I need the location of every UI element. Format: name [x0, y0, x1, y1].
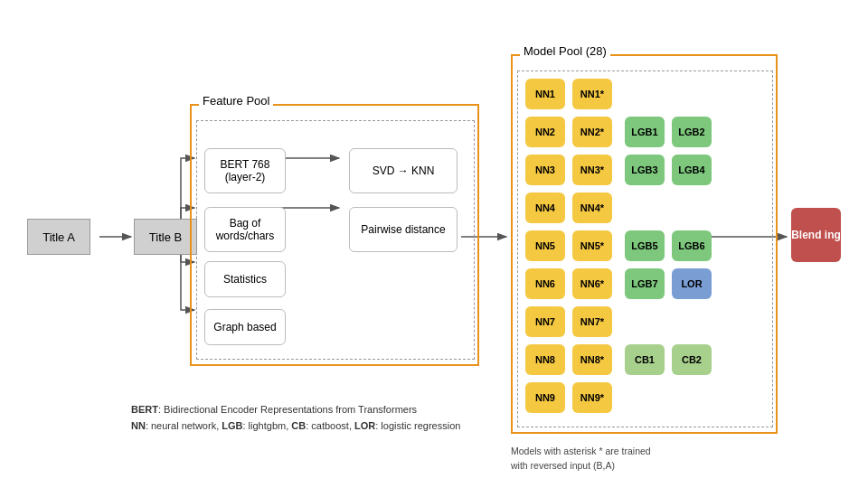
blending-label: Blend ing [791, 229, 841, 241]
model-pool-outer: Model Pool (28) NN1 NN2 NN3 NN4 NN5 NN6 … [511, 54, 778, 434]
feature-pool-label: Feature Pool [199, 94, 273, 108]
nn7star-box: NN7* [572, 306, 612, 337]
nn1star-box: NN1* [572, 79, 612, 109]
model-pool-inner: NN1 NN2 NN3 NN4 NN5 NN6 NN7 NN8 NN9 NN1*… [517, 70, 773, 427]
model-pool-label: Model Pool (28) [520, 44, 610, 58]
pairwise-label: Pairwise distance [361, 223, 445, 236]
bow-label: Bag ofwords/chars [216, 217, 275, 242]
nn4-box: NN4 [525, 192, 565, 223]
cb2-box: CB2 [672, 344, 712, 375]
nn7-box: NN7 [525, 306, 565, 337]
title-a-box: Title A [27, 219, 90, 255]
nn6-box: NN6 [525, 268, 565, 299]
graph-label: Graph based [213, 321, 276, 333]
bow-feature-box: Bag ofwords/chars [204, 207, 286, 252]
nn1-box: NN1 [525, 79, 565, 109]
lgb5-box: LGB5 [625, 230, 665, 261]
svd-label: SVD → KNN [373, 164, 435, 177]
diagram: Title A Title B Feature Pool BERT 768(la… [0, 0, 868, 488]
lgb2-box: LGB2 [672, 117, 712, 147]
feature-pool-outer: Feature Pool BERT 768(layer-2) Bag ofwor… [190, 104, 479, 366]
legend-text: BERT: Bidirectional Encoder Representati… [131, 402, 475, 434]
nn8star-box: NN8* [572, 344, 612, 375]
stats-feature-box: Statistics [204, 261, 286, 297]
nn3-box: NN3 [525, 155, 565, 185]
lgb4-box: LGB4 [672, 155, 712, 185]
nn9star-box: NN9* [572, 382, 612, 413]
stats-label: Statistics [223, 273, 267, 286]
nn8-box: NN8 [525, 344, 565, 375]
lgb3-box: LGB3 [625, 155, 665, 185]
bert-feature-box: BERT 768(layer-2) [204, 148, 286, 193]
legend-line2: NN: neural network, LGB: lightgbm, CB: c… [131, 418, 475, 435]
bert-label: BERT 768(layer-2) [221, 158, 270, 183]
blending-box: Blend ing [791, 208, 841, 262]
note-content: Models with asterisk * are trainedwith r… [511, 446, 651, 471]
lgb1-box: LGB1 [625, 117, 665, 147]
lor-box: LOR [672, 268, 712, 299]
nn2star-box: NN2* [572, 117, 612, 147]
svd-transform-box: SVD → KNN [349, 148, 458, 193]
title-a-label: Title A [42, 230, 75, 244]
nn5-box: NN5 [525, 230, 565, 261]
pairwise-transform-box: Pairwise distance [349, 207, 458, 252]
nn5star-box: NN5* [572, 230, 612, 261]
note-text: Models with asterisk * are trainedwith r… [511, 445, 728, 474]
title-b-box: Title B [134, 219, 197, 255]
lgb7-box: LGB7 [625, 268, 665, 299]
cb1-box: CB1 [625, 344, 665, 375]
nn4star-box: NN4* [572, 192, 612, 223]
nn6star-box: NN6* [572, 268, 612, 299]
nn3star-box: NN3* [572, 155, 612, 185]
lgb6-box: LGB6 [672, 230, 712, 261]
nn2-box: NN2 [525, 117, 565, 147]
nn9-box: NN9 [525, 382, 565, 413]
feature-pool-inner: BERT 768(layer-2) Bag ofwords/chars Stat… [196, 120, 475, 360]
legend-line1: BERT: Bidirectional Encoder Representati… [131, 402, 475, 418]
graph-feature-box: Graph based [204, 309, 286, 345]
title-b-label: Title B [149, 230, 182, 244]
